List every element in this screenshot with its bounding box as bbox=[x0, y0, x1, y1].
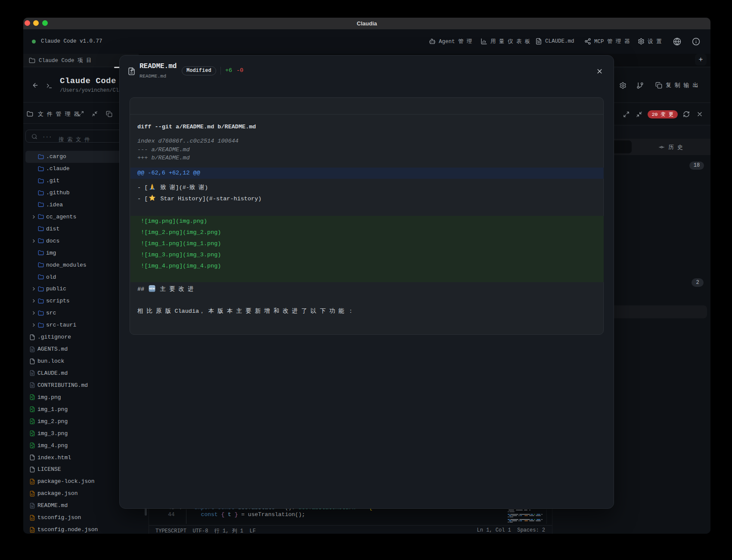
svg-text:NEW: NEW bbox=[149, 287, 155, 290]
